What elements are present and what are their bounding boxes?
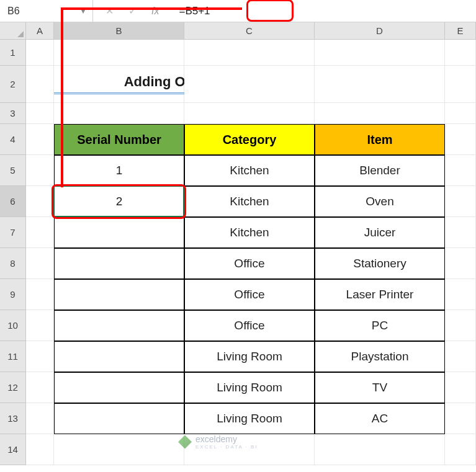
row-header-7[interactable]: 7	[0, 217, 26, 248]
cell-A5[interactable]	[26, 155, 54, 186]
cell-A10[interactable]	[26, 310, 54, 341]
cell-D5[interactable]: Blender	[315, 155, 445, 186]
cell-D13[interactable]: AC	[315, 403, 445, 434]
cell-E4[interactable]	[445, 124, 476, 155]
cell-A4[interactable]	[26, 124, 54, 155]
row-header-9[interactable]: 9	[0, 279, 26, 310]
formula-input[interactable]: =B5+1	[171, 0, 476, 22]
cell-E9[interactable]	[445, 279, 476, 310]
cell-A12[interactable]	[26, 372, 54, 403]
cell-A14[interactable]	[26, 434, 54, 465]
cell-D8[interactable]: Stationery	[315, 248, 445, 279]
row-header-6[interactable]: 6	[0, 186, 26, 217]
cell-E10[interactable]	[445, 310, 476, 341]
cell-B6[interactable]: 2	[54, 186, 184, 217]
cell-E12[interactable]	[445, 372, 476, 403]
cell-B7[interactable]	[54, 217, 184, 248]
cell-A13[interactable]	[26, 403, 54, 434]
cell-D6[interactable]: Oven	[315, 186, 445, 217]
cell-C13[interactable]: Living Room	[184, 403, 315, 434]
cell-C7[interactable]: Kitchen	[184, 217, 315, 248]
cell-A8[interactable]	[26, 248, 54, 279]
cell-D3[interactable]	[315, 103, 445, 124]
cell-E5[interactable]	[445, 155, 476, 186]
cell-C2[interactable]	[184, 66, 315, 103]
cell-A7[interactable]	[26, 217, 54, 248]
cell-D2[interactable]	[315, 66, 445, 103]
cell-C1[interactable]	[184, 40, 315, 66]
cell-B10[interactable]	[54, 310, 184, 341]
cell-E8[interactable]	[445, 248, 476, 279]
row-header-4[interactable]: 4	[0, 124, 26, 155]
cell-C12[interactable]: Living Room	[184, 372, 315, 403]
cell-E2[interactable]	[445, 66, 476, 103]
row-header-5[interactable]: 5	[0, 155, 26, 186]
cell-E6[interactable]	[445, 186, 476, 217]
cell-A11[interactable]	[26, 341, 54, 372]
cell-A1[interactable]	[26, 40, 54, 66]
cancel-icon[interactable]: ✕	[106, 5, 114, 17]
cell-D7[interactable]: Juicer	[315, 217, 445, 248]
cell-E3[interactable]	[445, 103, 476, 124]
cell-B3[interactable]	[54, 103, 184, 124]
row-header-10[interactable]: 10	[0, 310, 26, 341]
name-box[interactable]: B6 ▾	[0, 0, 93, 22]
cell-D11[interactable]: Playstation	[315, 341, 445, 372]
formula-text: =B5+1	[179, 5, 210, 17]
cells-area[interactable]: Adding One to Increment Row NumberSerial…	[26, 40, 476, 465]
cell-B5[interactable]: 1	[54, 155, 184, 186]
cell-E1[interactable]	[445, 40, 476, 66]
row-header-3[interactable]: 3	[0, 103, 26, 124]
cell-A3[interactable]	[26, 103, 54, 124]
cell-E13[interactable]	[445, 403, 476, 434]
cell-C8[interactable]: Office	[184, 248, 315, 279]
cell-D9[interactable]: Laser Printer	[315, 279, 445, 310]
cell-B13[interactable]	[54, 403, 184, 434]
cell-B9[interactable]	[54, 279, 184, 310]
cell-B1[interactable]	[54, 40, 184, 66]
row-header-8[interactable]: 8	[0, 248, 26, 279]
row-headers: 1234567891011121314	[0, 40, 26, 465]
header-category[interactable]: Category	[184, 124, 315, 155]
cell-D10[interactable]: PC	[315, 310, 445, 341]
row-header-11[interactable]: 11	[0, 341, 26, 372]
accept-icon[interactable]: ✓	[128, 5, 137, 17]
cell-C11[interactable]: Living Room	[184, 341, 315, 372]
cell-C3[interactable]	[184, 103, 315, 124]
column-header-d[interactable]: D	[315, 22, 445, 40]
select-all-triangle[interactable]	[0, 22, 26, 40]
header-serial-number[interactable]: Serial Number	[54, 124, 184, 155]
fx-icon[interactable]: fx	[151, 6, 159, 17]
cell-D12[interactable]: TV	[315, 372, 445, 403]
cell-E7[interactable]	[445, 217, 476, 248]
cell-D1[interactable]	[315, 40, 445, 66]
cell-B8[interactable]	[54, 248, 184, 279]
column-header-c[interactable]: C	[184, 22, 315, 40]
cell-B14[interactable]	[54, 434, 184, 465]
row-header-14[interactable]: 14	[0, 434, 26, 465]
cell-A9[interactable]	[26, 279, 54, 310]
formula-bar-controls: ✕ ✓ fx	[93, 5, 171, 17]
row-header-12[interactable]: 12	[0, 372, 26, 403]
cell-A6[interactable]	[26, 186, 54, 217]
cell-B11[interactable]	[54, 341, 184, 372]
column-header-e[interactable]: E	[445, 22, 476, 40]
cell-B12[interactable]	[54, 372, 184, 403]
cell-D14[interactable]	[315, 434, 445, 465]
cell-E14[interactable]	[445, 434, 476, 465]
cell-B2[interactable]: Adding One to Increment Row Number	[54, 66, 184, 103]
row-header-2[interactable]: 2	[0, 66, 26, 103]
name-box-dropdown-icon[interactable]: ▾	[81, 7, 85, 16]
cell-C9[interactable]: Office	[184, 279, 315, 310]
column-header-a[interactable]: A	[26, 22, 54, 40]
cell-E11[interactable]	[445, 341, 476, 372]
header-item[interactable]: Item	[315, 124, 445, 155]
column-header-b[interactable]: B	[54, 22, 184, 40]
cell-A2[interactable]	[26, 66, 54, 103]
column-headers: ABCDE	[26, 22, 476, 40]
cell-C10[interactable]: Office	[184, 310, 315, 341]
row-header-13[interactable]: 13	[0, 403, 26, 434]
row-header-1[interactable]: 1	[0, 40, 26, 66]
cell-C5[interactable]: Kitchen	[184, 155, 315, 186]
cell-C6[interactable]: Kitchen	[184, 186, 315, 217]
